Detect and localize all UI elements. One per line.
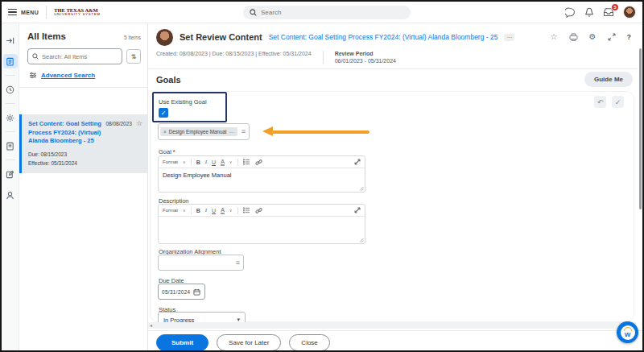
panel-header: All Items 5 items xyxy=(19,23,147,41)
description-editor-content[interactable] xyxy=(159,217,365,223)
italic-button[interactable]: I xyxy=(205,207,207,213)
editor-expand-icon[interactable] xyxy=(354,159,361,165)
filter-sliders-icon xyxy=(29,72,37,79)
bullet-list-icon[interactable] xyxy=(243,159,250,165)
person-icon[interactable] xyxy=(3,188,18,202)
use-existing-goal-checkbox[interactable]: ✓ xyxy=(159,108,168,118)
goal-field-label: Goal* xyxy=(159,148,175,155)
workday-assistant-button[interactable]: W xyxy=(617,321,638,343)
advanced-search-link[interactable]: Advanced Search xyxy=(41,72,95,79)
items-search-input[interactable] xyxy=(42,53,114,60)
prompt-menu-icon[interactable]: ≡ xyxy=(236,259,240,267)
related-actions-button[interactable]: ⋯ xyxy=(504,34,514,41)
main-area: Set Review Content Set Content: Goal Set… xyxy=(148,23,642,350)
text-color-button[interactable]: A xyxy=(221,207,225,214)
format-dropdown[interactable]: Format xyxy=(163,208,178,213)
chat-icon[interactable] xyxy=(565,7,576,18)
save-for-later-button[interactable]: Save for Later xyxy=(217,334,281,351)
due-date-field[interactable]: 05/31/2024 xyxy=(158,284,205,300)
calendar-icon[interactable] xyxy=(193,288,200,296)
goal-label-text: Goal xyxy=(159,148,171,155)
inbox-button[interactable]: 5 xyxy=(603,7,614,17)
scroll-left-arrow-icon[interactable]: ◂ xyxy=(148,323,152,328)
existing-goal-multiselect[interactable]: × Design Employee Manual ⋯ ≡ xyxy=(158,123,250,140)
items-search-field[interactable] xyxy=(27,48,122,64)
print-icon[interactable] xyxy=(569,33,578,41)
global-search-input[interactable] xyxy=(261,9,390,16)
gear-icon[interactable]: ⚙ xyxy=(589,33,597,41)
archive-items-icon[interactable] xyxy=(3,139,18,153)
confirm-check-icon[interactable]: ✓ xyxy=(612,96,624,108)
prompt-menu-icon[interactable]: ≡ xyxy=(242,128,246,135)
link-icon[interactable] xyxy=(255,159,262,166)
guide-me-button[interactable]: Guide Me xyxy=(584,72,633,87)
inbox-panel: All Items 5 items ⇅ Advanced Search xyxy=(19,23,148,350)
tamu-logo[interactable]: THE TEXAS A&M UNIVERSITY SYSTEM xyxy=(54,7,100,17)
submit-button[interactable]: Submit xyxy=(156,334,208,351)
horizontal-scrollbar[interactable]: ◂ xyxy=(148,322,636,329)
items-count: 5 items xyxy=(124,35,141,40)
item-title[interactable]: Set Content: Goal Setting Process FY2024… xyxy=(28,120,102,146)
bold-button[interactable]: B xyxy=(196,159,200,165)
inbox-list-item-selected[interactable]: Set Content: Goal Setting Process FY2024… xyxy=(19,114,147,173)
close-button[interactable]: Close xyxy=(289,334,329,351)
due-date-value: 05/31/2024 xyxy=(162,289,191,295)
link-icon[interactable] xyxy=(255,207,262,214)
main-header: Set Review Content Set Content: Goal Set… xyxy=(156,27,631,47)
annotation-arrow xyxy=(262,126,369,137)
task-breadcrumb-link[interactable]: Set Content: Goal Setting Process FY2024… xyxy=(269,33,498,41)
selected-goal-label: Design Employee Manual xyxy=(169,129,227,135)
underline-button[interactable]: U xyxy=(212,159,216,165)
use-existing-goal-label: Use Existing Goal xyxy=(159,98,207,106)
review-period-value: 06/01/2023 - 05/31/2024 xyxy=(335,58,396,64)
chevron-down-icon: ∨ xyxy=(229,208,233,213)
undo-icon[interactable]: ↶ xyxy=(594,96,606,108)
notes-edit-icon[interactable] xyxy=(3,167,18,181)
italic-button[interactable]: I xyxy=(205,159,207,165)
arrow-tail xyxy=(272,130,369,134)
tag-more-icon[interactable]: ⋯ xyxy=(229,129,233,135)
global-search[interactable] xyxy=(243,6,411,19)
page-title: Set Review Content xyxy=(180,32,262,42)
bullet-list-icon[interactable] xyxy=(243,207,250,213)
menu-button[interactable]: MENU xyxy=(8,9,39,16)
resize-handle[interactable] xyxy=(359,186,364,191)
resize-handle[interactable] xyxy=(359,238,364,242)
text-color-button[interactable]: A xyxy=(221,159,225,166)
profile-avatar[interactable] xyxy=(623,6,636,19)
favorite-star-icon[interactable]: ☆ xyxy=(551,33,558,41)
panel-search-row: ⇅ xyxy=(19,41,147,64)
favorite-star-icon[interactable]: ☆ xyxy=(136,120,142,127)
bold-button[interactable]: B xyxy=(196,208,200,213)
org-alignment-field[interactable]: ≡ xyxy=(158,255,244,271)
review-period: Review Period 06/01/2023 - 05/31/2024 xyxy=(335,51,396,64)
meta-divider xyxy=(323,51,324,64)
workday-logo-icon: W xyxy=(621,325,635,340)
collapse-panel-icon[interactable] xyxy=(3,33,18,48)
goal-richtext-editor: Format ∨ B I U A ∨ xyxy=(158,155,365,193)
history-clock-icon[interactable] xyxy=(3,82,18,97)
required-indicator: * xyxy=(173,148,175,155)
sort-button[interactable]: ⇅ xyxy=(126,49,141,64)
all-items-tab-icon[interactable] xyxy=(3,54,18,68)
format-dropdown[interactable]: Format xyxy=(163,159,178,164)
help-icon[interactable]: ? xyxy=(627,34,632,41)
notifications-bell-icon[interactable] xyxy=(584,7,594,18)
underline-button[interactable]: U xyxy=(212,208,216,213)
chevron-down-icon: ∨ xyxy=(229,159,233,164)
remove-tag-icon[interactable]: × xyxy=(163,129,167,135)
inbox-count-badge: 5 xyxy=(611,3,619,11)
settings-gear-icon[interactable] xyxy=(3,110,18,125)
topbar-icons: 5 xyxy=(565,6,636,19)
goal-card: ↶ ✓ Use Existing Goal ✓ × Design Employe… xyxy=(150,91,634,322)
editor-expand-icon[interactable] xyxy=(354,207,361,213)
task-avatar xyxy=(156,29,173,46)
fullscreen-expand-icon[interactable] xyxy=(608,33,616,41)
rail-divider xyxy=(6,159,15,160)
vertical-scrollbar-thumb[interactable] xyxy=(639,48,642,209)
description-richtext-editor: Format ∨ B I U A ∨ xyxy=(158,204,365,244)
editor-toolbar: Format ∨ B I U A ∨ xyxy=(159,156,365,168)
goal-editor-content[interactable]: Design Employee Manual xyxy=(159,168,365,182)
toolbar-divider xyxy=(191,207,192,214)
toolbar-divider xyxy=(191,159,192,166)
